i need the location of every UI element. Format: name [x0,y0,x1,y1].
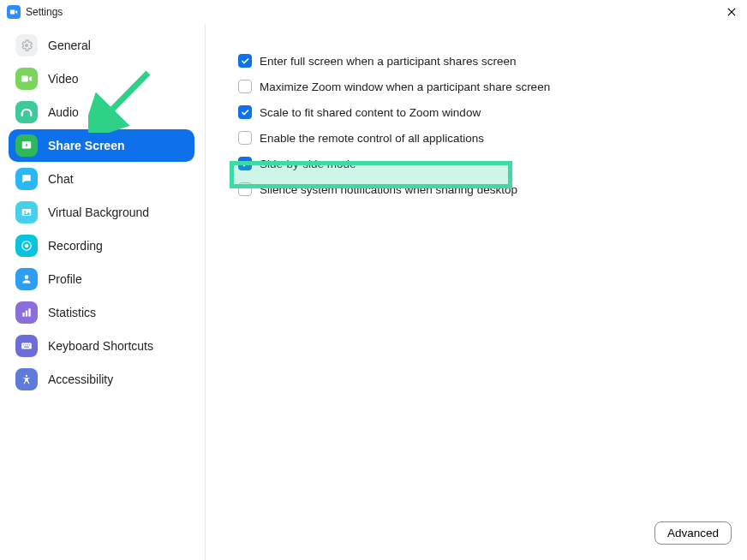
profile-icon [15,268,38,290]
sidebar-item-label: Recording [48,239,103,253]
checkbox[interactable] [238,105,252,119]
sidebar-item-label: General [48,39,91,52]
svg-rect-10 [26,311,27,317]
sidebar-item-label: Chat [48,172,74,186]
sidebar-item-virtual-background[interactable]: Virtual Background [9,196,194,229]
titlebar: Settings [0,0,747,24]
window-title: Settings [26,6,63,18]
video-icon [15,68,38,90]
option-label: Scale to fit shared content to Zoom wind… [260,106,481,119]
statistics-icon [15,301,38,324]
sidebar-item-video[interactable]: Video [9,63,194,95]
option-label: Enable the remote control of all applica… [260,132,484,145]
sidebar-item-label: Video [48,72,79,86]
general-icon [15,34,38,57]
chat-icon [15,168,38,190]
option-side-by-side[interactable]: Side-by-side mode [238,151,730,176]
svg-rect-13 [23,344,24,345]
share-screen-icon [15,134,38,157]
settings-panel-share-screen: Enter full screen when a participant sha… [206,24,747,560]
svg-point-18 [26,375,27,377]
svg-rect-2 [21,76,28,82]
sidebar-item-label: Statistics [48,306,96,319]
sidebar-item-share-screen[interactable]: Share Screen [9,129,194,162]
virtual-background-icon [15,201,38,223]
option-label: Maximize Zoom window when a participant … [260,80,550,93]
option-maximize-window[interactable]: Maximize Zoom window when a participant … [238,74,730,99]
svg-rect-9 [22,313,24,317]
option-label: Silence system notifications when sharin… [260,183,517,196]
checkbox[interactable] [238,157,252,170]
advanced-button[interactable]: Advanced [654,521,732,545]
audio-icon [15,101,38,123]
svg-point-5 [24,211,26,212]
sidebar-item-keyboard-shortcuts[interactable]: Keyboard Shortcuts [9,330,194,362]
option-enter-full-screen[interactable]: Enter full screen when a participant sha… [238,48,730,74]
svg-rect-16 [29,344,30,345]
option-scale-to-fit[interactable]: Scale to fit shared content to Zoom wind… [238,99,730,125]
svg-rect-12 [21,343,32,349]
option-label: Enter full screen when a participant sha… [260,55,516,68]
sidebar-item-audio[interactable]: Audio [9,96,194,128]
settings-sidebar: General Video Audio Share Screen [0,24,206,560]
svg-rect-15 [27,344,28,345]
svg-rect-11 [28,308,30,316]
checkbox[interactable] [238,131,252,145]
svg-rect-17 [24,347,29,348]
svg-point-8 [25,275,29,279]
sidebar-item-label: Virtual Background [48,206,149,219]
option-silence-notifications[interactable]: Silence system notifications when sharin… [238,176,730,202]
accessibility-icon [15,368,38,390]
sidebar-item-statistics[interactable]: Statistics [9,296,194,329]
option-label: Side-by-side mode [260,158,356,170]
zoom-app-icon [7,5,21,19]
sidebar-item-recording[interactable]: Recording [9,229,194,262]
close-button[interactable] [723,3,740,21]
checkbox[interactable] [238,182,252,196]
sidebar-item-label: Audio [48,105,79,119]
sidebar-item-label: Profile [48,272,82,286]
svg-point-1 [25,44,28,47]
checkbox[interactable] [238,80,252,93]
checkbox[interactable] [238,54,252,68]
option-remote-control[interactable]: Enable the remote control of all applica… [238,125,730,151]
svg-rect-14 [25,344,26,345]
keyboard-icon [15,335,38,357]
sidebar-item-label: Share Screen [48,139,125,152]
svg-point-7 [25,244,29,248]
sidebar-item-chat[interactable]: Chat [9,163,194,195]
sidebar-item-general[interactable]: General [9,29,194,62]
sidebar-item-label: Accessibility [48,372,113,386]
sidebar-item-profile[interactable]: Profile [9,263,194,295]
sidebar-item-accessibility[interactable]: Accessibility [9,363,194,396]
recording-icon [15,235,38,257]
sidebar-item-label: Keyboard Shortcuts [48,339,153,353]
svg-rect-0 [10,10,15,15]
